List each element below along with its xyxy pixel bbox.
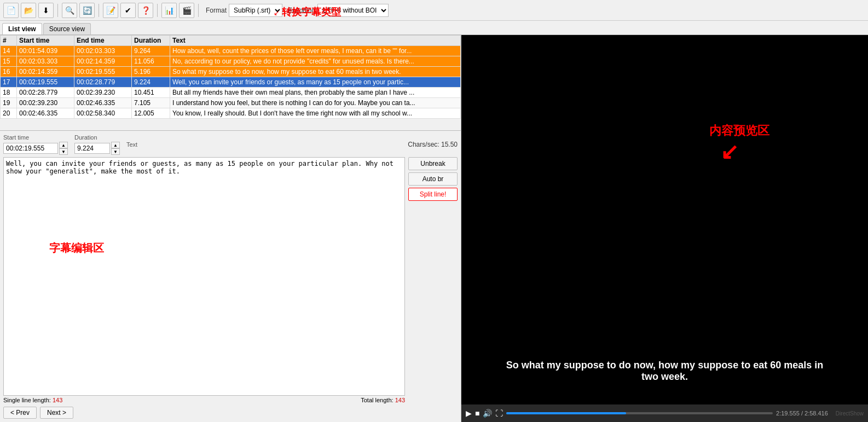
video-button[interactable]: 🎬 <box>179 3 194 18</box>
table-row[interactable]: 15 00:02:03.303 00:02:14.359 11.056 No, … <box>1 56 461 67</box>
start-time-up[interactable]: ▲ <box>59 142 68 148</box>
split-line-button[interactable]: Split line! <box>408 188 458 201</box>
arrow-type-annotation: ↙ 转换字幕类型 <box>274 5 341 19</box>
table-row[interactable]: 20 00:02:46.335 00:02:58.340 12.005 You … <box>1 108 461 119</box>
subtitle-table: # Start time End time Duration Text 14 0… <box>0 35 461 119</box>
cell-text: No, according to our policy, we do not p… <box>170 56 461 67</box>
cell-text: So what my suppose to do now, how my sup… <box>170 67 461 77</box>
save-button[interactable]: ⬇ <box>38 3 54 18</box>
cell-id: 19 <box>1 98 17 108</box>
text-area-wrap: Single line length: 143 Total length: 14… <box>3 157 405 403</box>
progress-fill <box>506 412 626 414</box>
open-button[interactable]: 📂 <box>21 3 36 18</box>
separator-1 <box>57 4 58 17</box>
single-line-value: 143 <box>53 397 62 403</box>
cell-id: 16 <box>1 67 17 77</box>
help-button[interactable]: ❓ <box>138 3 153 18</box>
editor-area: Start time ▲ ▼ Duration ▲ <box>0 131 461 422</box>
cell-text: How about, well, count the prices of tho… <box>170 46 461 56</box>
single-line-label: Single line length: 143 <box>3 397 62 403</box>
cell-dur: 10.451 <box>132 88 170 98</box>
prev-button[interactable]: < Prev <box>3 407 37 419</box>
progress-bar[interactable] <box>506 412 773 414</box>
cell-id: 20 <box>1 108 17 119</box>
cell-end: 00:02:03.303 <box>74 46 132 56</box>
duration-input[interactable] <box>74 143 110 154</box>
start-time-group: Start time ▲ ▼ <box>3 134 68 155</box>
subtitle-text-area[interactable] <box>3 157 405 396</box>
cell-dur: 11.056 <box>132 56 170 67</box>
total-length-label: Total length: 143 <box>361 397 405 403</box>
separator-4 <box>198 4 199 17</box>
col-header-start: Start time <box>17 36 74 46</box>
duration-up[interactable]: ▲ <box>111 142 120 148</box>
chars-sec-display: Chars/sec: 15.50 <box>408 141 458 148</box>
spell-button[interactable]: 📝 <box>103 3 118 18</box>
cell-id: 18 <box>1 88 17 98</box>
editor-mid: Single line length: 143 Total length: 14… <box>3 157 458 403</box>
waveform-button[interactable]: 📊 <box>161 3 177 18</box>
cell-text: But all my friends have their own meal p… <box>170 88 461 98</box>
editor-top: Start time ▲ ▼ Duration ▲ <box>3 134 458 155</box>
col-header-text: Text <box>170 36 461 46</box>
video-mute-button[interactable]: 🔊 <box>483 409 492 418</box>
start-time-input[interactable] <box>3 143 58 154</box>
cell-text: Well, you can invite your friends or gue… <box>170 77 461 88</box>
cell-id: 17 <box>1 77 17 88</box>
cell-end: 00:02:14.359 <box>74 56 132 67</box>
check-button[interactable]: ✔ <box>120 3 136 18</box>
text-col-label: Text <box>126 141 137 148</box>
cell-dur: 5.196 <box>132 67 170 77</box>
left-panel: # Start time End time Duration Text 14 0… <box>0 35 461 422</box>
subtitle-table-wrap: # Start time End time Duration Text 14 0… <box>0 35 461 131</box>
total-length-value: 143 <box>395 397 405 403</box>
side-buttons: Unbreak Auto br Split line! <box>408 157 458 403</box>
right-panel: So what my suppose to do now, how my sup… <box>461 35 868 422</box>
cell-start: 00:02:19.555 <box>17 77 74 88</box>
cell-end: 00:02:46.335 <box>74 98 132 108</box>
unbreak-button[interactable]: Unbreak <box>408 157 458 170</box>
find-button[interactable]: 🔍 <box>62 3 77 18</box>
duration-down[interactable]: ▼ <box>111 148 120 155</box>
table-row[interactable]: 17 00:02:19.555 00:02:28.779 9.224 Well,… <box>1 77 461 88</box>
cell-start: 00:02:46.335 <box>17 108 74 119</box>
new-button[interactable]: 📄 <box>3 3 19 18</box>
separator-2 <box>99 4 99 17</box>
view-tabbar: List view Source view <box>0 21 868 35</box>
table-row[interactable]: 19 00:02:39.230 00:02:46.335 7.105 I und… <box>1 98 461 108</box>
time-display: 2:19.555 / 2:58.416 <box>776 410 828 417</box>
cell-start: 00:01:54.039 <box>17 46 74 56</box>
next-button[interactable]: Next > <box>40 407 73 419</box>
video-controls: ▶ ■ 🔊 ⛶ 2:19.555 / 2:58.416 DirectShow <box>461 404 868 422</box>
cell-start: 00:02:39.230 <box>17 98 74 108</box>
text-label-group: Text <box>126 141 137 148</box>
toolbar: 📄 📂 ⬇ 🔍 🔄 📝 ✔ ❓ 📊 🎬 Format SubRip (.srt)… <box>0 0 868 21</box>
video-fullscreen-button[interactable]: ⛶ <box>495 409 503 418</box>
chinese-preview-label: 内容预览区 ↙ <box>709 123 769 164</box>
table-row[interactable]: 16 00:02:14.359 00:02:19.555 5.196 So wh… <box>1 67 461 77</box>
auto-br-button[interactable]: Auto br <box>408 172 458 186</box>
table-row[interactable]: 18 00:02:28.779 00:02:39.230 10.451 But … <box>1 88 461 98</box>
directshow-label: DirectShow <box>836 411 864 417</box>
video-area: So what my suppose to do now, how my sup… <box>461 35 868 404</box>
cell-id: 14 <box>1 46 17 56</box>
cell-dur: 9.264 <box>132 46 170 56</box>
video-play-button[interactable]: ▶ <box>466 409 472 418</box>
source-view-tab[interactable]: Source view <box>43 23 91 34</box>
col-header-dur: Duration <box>132 36 170 46</box>
cell-end: 00:02:19.555 <box>74 67 132 77</box>
duration-group: Duration ▲ ▼ <box>74 134 120 155</box>
cell-end: 00:02:58.340 <box>74 108 132 119</box>
video-stop-button[interactable]: ■ <box>475 409 479 418</box>
cell-end: 00:02:39.230 <box>74 88 132 98</box>
main-area: # Start time End time Duration Text 14 0… <box>0 35 868 422</box>
cell-dur: 9.224 <box>132 77 170 88</box>
cell-start: 00:02:03.303 <box>17 56 74 67</box>
cell-dur: 7.105 <box>132 98 170 108</box>
cell-start: 00:02:14.359 <box>17 67 74 77</box>
cell-end: 00:02:28.779 <box>74 77 132 88</box>
list-view-tab[interactable]: List view <box>2 23 42 34</box>
replace-button[interactable]: 🔄 <box>79 3 95 18</box>
table-row[interactable]: 14 00:01:54.039 00:02:03.303 9.264 How a… <box>1 46 461 56</box>
start-time-down[interactable]: ▼ <box>59 148 68 155</box>
